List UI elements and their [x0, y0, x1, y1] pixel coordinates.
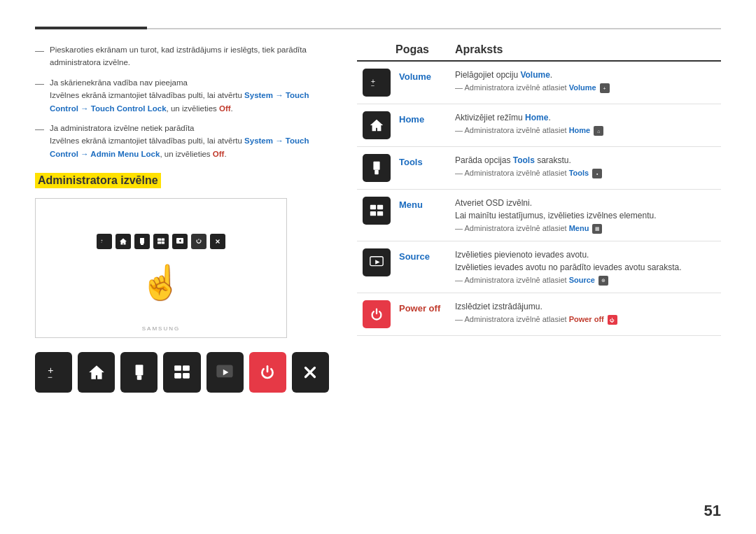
svg-rect-11	[135, 365, 143, 375]
left-panel: — Pieskaroties ekrānam un turot, kad izs…	[35, 43, 329, 520]
home-icon	[363, 111, 391, 139]
svg-marker-29	[375, 260, 379, 264]
svg-rect-5	[162, 239, 165, 241]
row-desc-volume: Pielāgojiet opciju Volume. — Administrat…	[448, 69, 721, 93]
svg-rect-25	[377, 205, 382, 209]
admin-icon-source	[172, 234, 188, 249]
svg-rect-26	[370, 211, 375, 216]
admin-icon-home	[115, 234, 131, 249]
bullet-section: — Pieskaroties ekrānam un turot, kad izs…	[35, 43, 329, 160]
touch-link-1: Touch	[286, 91, 309, 99]
row-icon-col-volume: + −	[357, 69, 396, 97]
big-btn-home[interactable]	[78, 352, 115, 393]
big-btn-power[interactable]	[249, 352, 286, 393]
table-row-tools: Tools Parāda opcijas Tools sarakstu. — A…	[357, 147, 721, 190]
table-header: Pogas Apraksts	[357, 43, 721, 62]
admin-icon-tools	[134, 234, 150, 249]
admin-icons-row: +−	[97, 234, 225, 249]
row-desc-home: Aktivizējiet režīmu Home. — Administrato…	[448, 111, 721, 136]
svg-rect-27	[377, 211, 382, 216]
volume-inline-icon: +	[600, 83, 610, 93]
row-desc-menu: Atveriet OSD izvēlni.Lai mainītu iestatī…	[448, 197, 721, 234]
row-label-menu: Menu	[396, 197, 448, 211]
power-off-label: Power off	[399, 303, 440, 314]
row-label-tools: Tools	[396, 154, 448, 168]
menu-inline-icon: ▦	[592, 224, 602, 234]
bullet-item-2: — Ja skārienekrāna vadība nav pieejama I…	[35, 76, 329, 115]
menu-icon	[363, 197, 391, 225]
section-title: Administratora izvēlne	[35, 173, 161, 188]
big-buttons-row: + −	[35, 352, 329, 393]
svg-rect-14	[174, 365, 181, 371]
svg-rect-2	[140, 238, 144, 244]
svg-text:−: −	[48, 372, 52, 381]
samsung-label: SAMSUNG	[142, 325, 180, 332]
table-row-source: Source Izvēlieties pievienoto ievades av…	[357, 241, 721, 293]
svg-rect-15	[183, 365, 190, 371]
row-desc-poweroff: Izslēdziet izstrādājumu. — Administrator…	[448, 300, 721, 325]
page-number: 51	[704, 502, 721, 520]
big-btn-menu[interactable]	[163, 352, 200, 393]
svg-rect-23	[374, 170, 379, 174]
svg-rect-4	[158, 239, 161, 241]
admin-icon-close	[210, 234, 225, 249]
svg-rect-22	[373, 162, 379, 170]
svg-rect-24	[370, 205, 375, 209]
source-label: Source	[399, 251, 430, 262]
col-apraksts-header: Apraksts	[448, 43, 721, 56]
svg-rect-3	[141, 244, 144, 245]
svg-text:−: −	[101, 241, 102, 244]
volume-icon: + −	[363, 69, 391, 97]
row-label-home: Home	[396, 111, 448, 125]
row-desc-source: Izvēlieties pievienoto ievades avotu.Izv…	[448, 248, 721, 286]
col-pogas-header: Pogas	[357, 43, 448, 56]
power-off-icon	[363, 300, 391, 328]
admin-icon-volume: +−	[97, 234, 112, 249]
row-icon-col-menu	[357, 197, 396, 225]
svg-rect-16	[174, 373, 181, 379]
admin-icon-power	[191, 234, 206, 249]
home-inline-icon: ⌂	[594, 126, 603, 136]
row-icon-col-tools	[357, 154, 396, 182]
bullet-item-3: — Ja administratora izvēlne netiek parād…	[35, 122, 329, 160]
row-desc-tools: Parāda opcijas Tools sarakstu. — Adminis…	[448, 154, 721, 178]
big-btn-close[interactable]	[292, 352, 329, 393]
row-icon-col-home	[357, 111, 396, 139]
touch-link-2: Touch	[91, 104, 115, 113]
tools-icon	[363, 154, 391, 182]
admin-icon-menu	[153, 234, 169, 249]
table-row-poweroff: Power off Izslēdziet izstrādājumu. — Adm…	[357, 293, 721, 336]
row-label-source: Source	[396, 248, 448, 262]
main-content: — Pieskaroties ekrānam un turot, kad izs…	[35, 43, 721, 520]
row-icon-col-source	[357, 248, 396, 276]
admin-screen-box: +−	[35, 198, 287, 338]
table-row-volume: + − Volume Pielāgojiet opciju Volume. — …	[357, 62, 721, 104]
big-btn-tools[interactable]	[120, 352, 158, 393]
row-label-volume: Volume	[396, 69, 448, 83]
big-btn-volume[interactable]: + −	[35, 352, 72, 393]
tools-inline-icon: ▪	[592, 169, 602, 178]
big-btn-source[interactable]	[206, 352, 244, 393]
page-container: — Pieskaroties ekrānam un turot, kad izs…	[0, 0, 756, 534]
row-icon-col-poweroff	[357, 300, 396, 328]
svg-rect-7	[162, 241, 165, 244]
svg-rect-17	[183, 373, 190, 379]
right-panel: Pogas Apraksts + − Volume Pie	[357, 43, 721, 520]
row-label-poweroff: Power off	[396, 300, 448, 314]
hand-cursor-icon: ☝	[140, 263, 182, 302]
table-row-menu: Menu Atveriet OSD izvēlni.Lai mainītu ie…	[357, 190, 721, 241]
bullet-item-1: — Pieskaroties ekrānam un turot, kad izs…	[35, 43, 329, 69]
table-row-home: Home Aktivizējiet režīmu Home. — Adminis…	[357, 104, 721, 147]
svg-text:−: −	[370, 83, 374, 90]
source-icon	[363, 248, 391, 276]
top-decorative-line	[35, 28, 721, 29]
svg-rect-6	[158, 241, 161, 244]
source-inline-icon: ⊕	[598, 276, 608, 286]
poweroff-inline-icon: ⏻	[608, 315, 617, 325]
